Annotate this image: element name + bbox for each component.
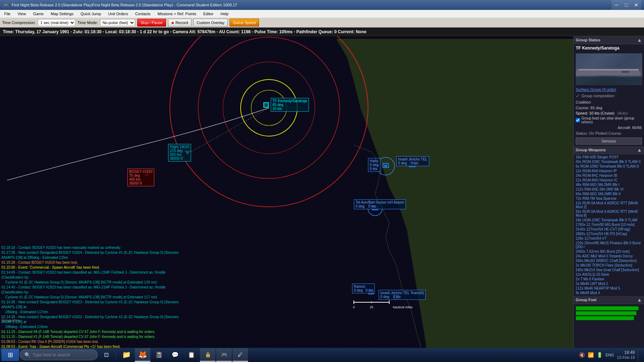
- taskbar-app-game[interactable]: 🎮: [216, 348, 232, 362]
- weapon-item[interactable]: 210x 20mm/85 Mk15 Phalanx Blk 0 Burst [2…: [575, 241, 643, 249]
- fuel-bar: [576, 316, 634, 320]
- taskbar-app-editor[interactable]: 🖊: [232, 348, 248, 362]
- right-panel: Group Status ▲ TF Kennedy/Saratoga: [573, 36, 644, 362]
- maximize-button[interactable]: □: [621, 0, 631, 10]
- weapon-item[interactable]: 92x RUR-5A Mod 4 ASROC RTT [Mk46 Mod 8]: [575, 209, 643, 218]
- svg-rect-29: [576, 53, 642, 69]
- time-mode-label: Time Mode:: [77, 21, 98, 25]
- weapon-item[interactable]: 12x AN/SLQ-25 Nixie: [575, 272, 643, 277]
- taskbar-tray: 🔇 📶 🔋 ENG 18:49 13-Feb-19: [576, 348, 643, 362]
- taskbar-app-msg[interactable]: 💬: [167, 348, 183, 362]
- taskbar-date: 13-Feb-19: [617, 355, 635, 360]
- time-mode-select[interactable]: No-pulse (fast): [100, 19, 135, 26]
- svg-rect-10: [383, 163, 389, 168]
- weapon-item[interactable]: 3140x 127mm/54 HE-CVT [HFrag]: [575, 227, 643, 232]
- weapon-item[interactable]: 48x RIM-66D SM-2MR Blk I: [575, 182, 643, 187]
- taskbar-app-explorer[interactable]: 📁: [119, 348, 134, 362]
- menu-file[interactable]: File: [1, 11, 13, 17]
- group-weapons-collapse[interactable]: ▲: [637, 147, 642, 153]
- unit-label-jericho-n: Israeli Jericho TEL Team(N) 0 deg 0 kts: [379, 290, 426, 300]
- menu-map-settings[interactable]: Map Settings: [48, 11, 76, 17]
- stop-pause-button[interactable]: Stop / Pause: [137, 19, 166, 27]
- weapon-item[interactable]: 12x RGM-84A Harpoon IP: [575, 169, 643, 173]
- menu-contacts[interactable]: Contacts: [132, 11, 153, 17]
- fuel-bar-container: [576, 311, 642, 315]
- aircraft-count: Aircraft: 66/66: [574, 125, 644, 130]
- speed-label: Speed: 10 kts (Cruise): [576, 111, 614, 115]
- weapon-item[interactable]: 2x Mk46 LWT Mod 2: [575, 281, 643, 286]
- taskbar-separator: [116, 350, 116, 360]
- time-compression-select[interactable]: 1 sec (real-time): [38, 19, 75, 26]
- unit-label-tel-aviv: Tel Aviv/Ben Gurion Int'l Airport 0 deg …: [354, 199, 406, 209]
- record-button[interactable]: Record: [168, 19, 191, 27]
- weapon-item[interactable]: 2x T Mk 6 Fanfare: [575, 277, 643, 281]
- taskbar-app-security[interactable]: 🔒: [200, 348, 215, 362]
- weapon-item[interactable]: 2x Mk195 TORCH Flare [Seduction]: [575, 263, 643, 268]
- custom-overlay-button[interactable]: Custom Overlay: [194, 19, 228, 27]
- menu-view[interactable]: View: [15, 11, 29, 17]
- group-fuel-collapse[interactable]: ▲: [637, 297, 642, 303]
- weapon-item[interactable]: 18x UGM-109C Tomahawk Blk II TLAM: [575, 218, 643, 222]
- svg-rect-8: [264, 103, 268, 107]
- taskbar-search[interactable]: 🔍 Type here to search: [20, 350, 98, 360]
- unit-name-haifa: Haifa: [370, 159, 379, 163]
- sensors-button[interactable]: Sensors: [576, 138, 642, 145]
- group-composition-row: ✓ Group composition:: [574, 92, 644, 99]
- event-line: 01:18:16 - Contact: BOGEY #1920 has been…: [1, 245, 182, 250]
- start-button[interactable]: ⊞: [1, 349, 19, 361]
- map-area[interactable]: H 0 25 Nautical miles Group View: [0, 36, 573, 362]
- group-fuel-header: Group Fuel ▲: [574, 296, 644, 304]
- group-lead-checkbox[interactable]: [576, 118, 580, 122]
- tray-volume-icon[interactable]: 📶: [588, 352, 594, 358]
- game-speed-button[interactable]: Game Speed: [230, 19, 259, 27]
- close-button[interactable]: ✕: [631, 0, 641, 10]
- weapon-item[interactable]: 64x RIM-66G SM-2MR Blk II: [575, 192, 643, 196]
- weapon-item[interactable]: 2880x 127mm/54 HE-PD [HCap]: [575, 232, 643, 236]
- menu-quick-jump[interactable]: Quick Jump: [78, 11, 104, 17]
- svg-text:Nautical miles: Nautical miles: [393, 305, 413, 309]
- svg-rect-27: [579, 69, 639, 71]
- weapon-item[interactable]: 6x RGM-109D Tomahawk Blk II TLAM-D: [575, 164, 643, 169]
- weapon-item[interactable]: 2400x 7.62mm MG Burst [20 mds]: [575, 249, 643, 254]
- event-line: 01:11:15 - Diamond #1 (F-14B Tomcat) dep…: [1, 334, 182, 339]
- weapon-item[interactable]: 18x FIM-92B Stinger POST: [575, 155, 643, 159]
- taskbar-app-firefox[interactable]: 🦊: [135, 348, 150, 362]
- weapon-item[interactable]: 45x RGM-109C Tomahawk Blk II TLAM-C: [575, 159, 643, 164]
- weapon-item[interactable]: 128x 127mm/54 VT: [575, 236, 643, 241]
- group-status-label: Group Status: [576, 38, 600, 42]
- menu-bar: File View Game Map Settings Quick Jump U…: [0, 10, 644, 18]
- tray-battery-icon[interactable]: 🔋: [597, 352, 603, 358]
- tray-network-icon[interactable]: 🔇: [579, 352, 585, 358]
- weapon-item[interactable]: 112x RIM-66E SM-1MR Blk VI: [575, 187, 643, 192]
- taskbar-clock[interactable]: 18:49 13-Feb-19: [617, 350, 635, 360]
- group-status-collapse[interactable]: ▲: [637, 37, 642, 43]
- course-label: Course: 65 deg: [574, 105, 644, 111]
- menu-help[interactable]: Help: [218, 11, 231, 17]
- minimize-button[interactable]: ─: [611, 0, 621, 10]
- weapon-item[interactable]: 12x RGM-84G Harpoon IC: [575, 178, 643, 182]
- event-line: 01:11:15 - Diamond #8 (F-14B Tomcat) dep…: [1, 329, 182, 334]
- unit-name-tel-aviv: Tel Aviv/Ben Gurion Int'l Airport: [356, 200, 404, 204]
- menu-game[interactable]: Game: [30, 11, 46, 17]
- weapon-item[interactable]: 112x Mk46 NEARTIP Mod 5: [575, 286, 643, 291]
- menu-missions[interactable]: Missions + Ref. Points: [155, 11, 199, 17]
- taskview-button[interactable]: ⊡: [98, 348, 114, 362]
- weapon-item[interactable]: 72x RIM-7M Sea Sparrow: [575, 196, 643, 201]
- menu-unit-orders[interactable]: Unit Orders: [105, 11, 131, 17]
- group-composition-toggle[interactable]: ✓: [576, 93, 580, 99]
- unit-label-tf-kennedy: TF Kennedy/Saratoga 65 deg 10 kts: [271, 98, 309, 112]
- weapon-item[interactable]: 24x ADC Mk2 Mod 0 Torpedo Decoy: [575, 254, 643, 258]
- taskbar-app-clip[interactable]: 📋: [184, 348, 199, 362]
- event-line: 01:17:35 - New contact! Designated BOGEY…: [1, 250, 182, 260]
- weapon-item[interactable]: 1760x 12.7mm/50 MG Burst [10 mds]: [575, 222, 643, 227]
- weapon-item[interactable]: 24x RGM-84C Harpoon IB: [575, 173, 643, 178]
- show-desktop-btn[interactable]: [638, 348, 640, 362]
- weapon-item[interactable]: 556x Mk182 SRBOC Chaff [Seduction]: [575, 258, 643, 263]
- event-log: 01:18:16 - Contact: BOGEY #1920 has been…: [1, 245, 182, 351]
- weapon-item[interactable]: 160x Mk214 Sea Gnat Chaff [Seduction]: [575, 268, 643, 272]
- menu-editor[interactable]: Editor: [200, 11, 216, 17]
- weapon-item[interactable]: 12x RUR-5A Mod 4 ASROC RTT [Mk46 Mod 2]: [575, 201, 643, 209]
- weapon-item[interactable]: 8x Mk48 Mod 4: [575, 291, 643, 295]
- surface-group-link[interactable]: Surface Group (9 units): [574, 87, 644, 92]
- taskbar-app-onenote[interactable]: 📓: [151, 348, 167, 362]
